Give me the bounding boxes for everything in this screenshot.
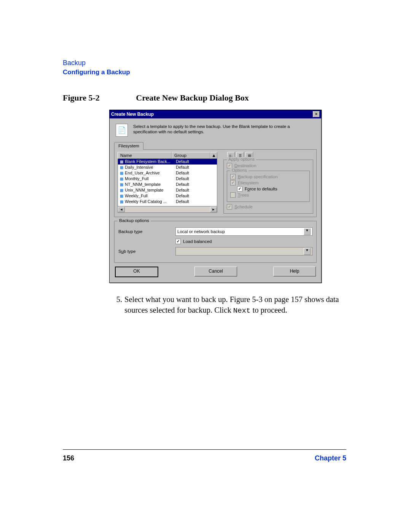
chevron-down-icon: ▼ xyxy=(304,248,311,255)
tab-filesystem[interactable]: Filesystem xyxy=(114,142,143,150)
backup-type-label: Backup type xyxy=(118,229,175,234)
step-5-paragraph: 5. Select what you want to back up. Figu… xyxy=(112,294,346,316)
template-group: Default xyxy=(174,182,216,187)
schedule-checkbox: ✓ Schedule xyxy=(227,204,310,209)
step-text-1: Select what you want to back up. Figure … xyxy=(124,295,339,304)
backup-type-select[interactable]: Local or network backup ▼ xyxy=(175,227,312,236)
template-name: Weekly Full Catalog ... xyxy=(124,199,174,204)
page-number: 156 xyxy=(63,454,74,462)
backup-type-value: Local or network backup xyxy=(177,229,225,234)
sub-type-select: ▼ xyxy=(175,247,312,256)
list-number: 5. xyxy=(112,294,122,316)
chapter-label: Chapter 5 xyxy=(315,454,346,462)
next-literal: Next xyxy=(233,307,251,315)
template-name: Unix_NNM_template xyxy=(124,187,174,193)
horizontal-scrollbar[interactable]: ◄ ► xyxy=(118,206,217,213)
table-row[interactable]: ▦Weekly_FullDefault xyxy=(118,193,217,199)
template-name: End_User_Archive xyxy=(124,170,174,176)
dialog-intro: Select a template to apply to the new ba… xyxy=(133,124,312,135)
scroll-right-icon[interactable]: ► xyxy=(210,207,217,212)
template-icon: ▦ xyxy=(119,199,124,204)
step-text-2b: to proceed. xyxy=(250,306,287,314)
table-row[interactable]: ▦NT_NNM_templateDefault xyxy=(118,182,217,187)
template-name: Daily_Intensive xyxy=(124,165,174,170)
destination-checkbox: ✓ Destination xyxy=(227,163,310,168)
template-name: Blank Filesystem Back... xyxy=(124,159,174,165)
options-subtitle: Options xyxy=(230,168,249,173)
template-icon: ▦ xyxy=(119,193,124,199)
help-button[interactable]: Help xyxy=(273,267,316,276)
template-icon: ▦ xyxy=(119,182,124,187)
cancel-button[interactable]: Cancel xyxy=(194,267,237,276)
template-icon: ▦ xyxy=(119,170,124,176)
template-icon: ▦ xyxy=(119,165,124,170)
col-name[interactable]: Name xyxy=(118,152,172,159)
template-group: Default xyxy=(174,199,216,204)
template-icon: ▦ xyxy=(119,176,124,182)
section-link: Backup xyxy=(63,59,346,67)
close-icon[interactable]: × xyxy=(313,111,320,117)
dialog-title: Create New Backup xyxy=(111,112,154,117)
section-title: Configuring a Backup xyxy=(63,69,346,76)
template-name: Monthly_Full xyxy=(124,176,174,182)
step-text-2a: sources selected for backup. Click xyxy=(124,306,233,314)
backup-options-title: Backup options xyxy=(118,218,151,223)
figure-caption-text: Create New Backup Dialog Box xyxy=(136,93,249,102)
template-icon: ▦ xyxy=(119,187,124,193)
template-name: Weekly_Full xyxy=(124,193,174,199)
trees-checkbox: Trees xyxy=(230,192,306,198)
table-row[interactable]: ▦Monthly_FullDefault xyxy=(118,176,217,182)
wizard-icon: 📄 xyxy=(116,124,128,137)
table-row[interactable]: ▦Daily_IntensiveDefault xyxy=(118,165,217,170)
scroll-up-icon[interactable]: ▲ xyxy=(210,152,217,159)
filesystem-checkbox: ✓ Filesystem xyxy=(230,180,306,185)
backup-spec-checkbox: ✓ Backup specification xyxy=(230,174,306,179)
template-name: NT_NNM_template xyxy=(124,182,174,187)
sub-type-label: Sub type xyxy=(118,249,175,254)
chevron-down-icon[interactable]: ▼ xyxy=(304,228,311,235)
apply-options-title: Apply options xyxy=(227,157,256,161)
col-group[interactable]: Group xyxy=(172,152,210,159)
template-icon: ▦ xyxy=(119,159,124,165)
template-group: Default xyxy=(174,187,216,193)
force-defaults-checkbox[interactable]: ✓ Force to defaults xyxy=(237,186,306,192)
figure-caption: Figure 5-2 Create New Backup Dialog Box xyxy=(63,93,346,103)
table-row[interactable]: ▦End_User_ArchiveDefault xyxy=(118,170,217,176)
page-footer: 156 Chapter 5 xyxy=(63,449,346,462)
template-group: Default xyxy=(174,165,216,170)
figure-label: Figure 5-2 xyxy=(63,93,100,102)
apply-options-group: Apply options ✓ Destination Options ✓ Ba… xyxy=(223,160,313,214)
load-balanced-checkbox[interactable]: ✓ Load balanced xyxy=(175,239,212,244)
template-group: Default xyxy=(174,176,216,182)
template-group: Default xyxy=(174,193,216,199)
dialog-titlebar: Create New Backup × xyxy=(110,110,321,118)
create-new-backup-dialog: Create New Backup × 📄 Select a template … xyxy=(109,110,322,283)
scroll-left-icon[interactable]: ◄ xyxy=(118,207,125,212)
table-row[interactable]: ▦Blank Filesystem Back...Default xyxy=(118,159,217,165)
table-row[interactable]: ▦Weekly Full Catalog ...Default xyxy=(118,199,217,204)
template-group: Default xyxy=(174,170,216,176)
options-subgroup: Options ✓ Backup specification ✓ Filesys… xyxy=(227,171,310,202)
ok-button[interactable]: OK xyxy=(115,267,158,277)
template-group: Default xyxy=(174,159,216,165)
backup-options-group: Backup options Backup type Local or netw… xyxy=(114,221,317,263)
template-list[interactable]: Name Group ▲ ▦Blank Filesystem Back...De… xyxy=(118,152,217,214)
table-row[interactable]: ▦Unix_NNM_templateDefault xyxy=(118,187,217,193)
